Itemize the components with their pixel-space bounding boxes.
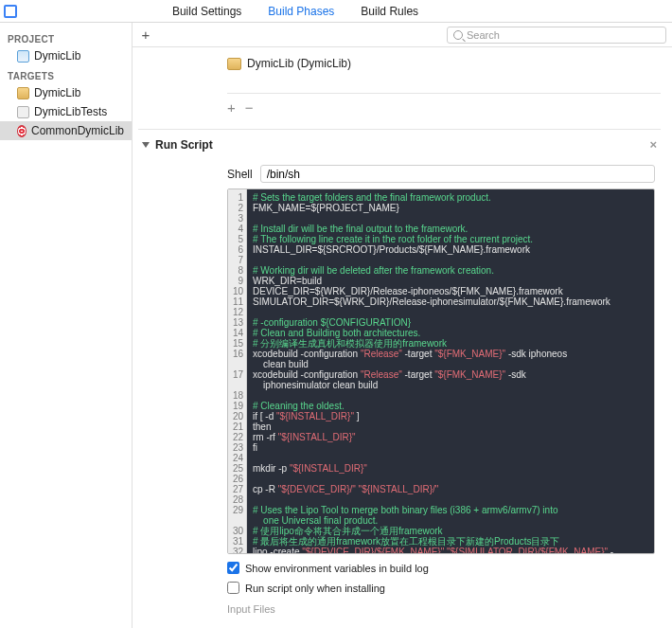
show-env-label: Show environment variables in build log [245, 563, 429, 574]
sidebar-item-label: DymicLib [34, 86, 80, 99]
aggregate-target-icon [17, 125, 27, 137]
install-only-label: Run script only when installing [245, 583, 385, 594]
shell-path-input[interactable] [260, 165, 655, 183]
project-icon [17, 50, 29, 63]
tab-build-rules[interactable]: Build Rules [361, 5, 418, 18]
line-number-gutter: 1234567891011121314151617181920212223242… [228, 189, 247, 553]
navigator-sidebar: PROJECT DymicLib TARGETS DymicLib DymicL… [0, 23, 133, 628]
sidebar-item-label: DymicLib [34, 49, 80, 63]
run-script-phase: Run Script × Shell 123456789101112131415… [138, 129, 661, 620]
sidebar-target-common[interactable]: CommonDymicLib [0, 121, 132, 140]
phase-header[interactable]: Run Script × [138, 130, 661, 159]
search-input[interactable]: Search [447, 27, 666, 44]
target-dependency-row[interactable]: DymicLib (DymicLib) [138, 53, 661, 74]
script-code-area[interactable]: # Sets the target folders and the final … [247, 189, 654, 553]
panel-toggle-icon[interactable] [4, 5, 17, 18]
shell-label: Shell [227, 168, 253, 181]
phase-title: Run Script [155, 138, 213, 152]
sidebar-item-label: DymicLibTests [34, 105, 107, 118]
script-editor[interactable]: 1234567891011121314151617181920212223242… [227, 188, 655, 554]
tab-build-settings[interactable]: Build Settings [172, 5, 241, 18]
sidebar-project-item[interactable]: DymicLib [0, 46, 132, 65]
add-dependency-button[interactable]: + [227, 99, 236, 116]
search-icon [453, 30, 463, 40]
remove-phase-button[interactable]: × [649, 137, 657, 152]
search-placeholder: Search [467, 29, 500, 41]
remove-dependency-button[interactable]: − [245, 99, 254, 116]
divider [227, 93, 661, 94]
input-files-label: Input Files [227, 603, 655, 615]
top-bar: Build Settings Build Phases Build Rules [0, 0, 672, 23]
sidebar-group-targets: TARGETS [0, 65, 132, 83]
framework-icon [17, 87, 29, 99]
sidebar-group-project: PROJECT [0, 28, 132, 46]
sidebar-target-dymiclib[interactable]: DymicLib [0, 83, 132, 102]
sidebar-target-tests[interactable]: DymicLibTests [0, 102, 132, 121]
sidebar-item-label: CommonDymicLib [31, 124, 124, 137]
tab-build-phases[interactable]: Build Phases [268, 5, 334, 18]
disclosure-triangle-icon[interactable] [142, 142, 150, 148]
install-only-checkbox[interactable] [227, 582, 239, 594]
framework-icon [227, 58, 241, 70]
test-bundle-icon [17, 106, 29, 118]
add-phase-button[interactable]: + [138, 27, 153, 43]
show-env-checkbox[interactable] [227, 562, 239, 574]
dependency-label: DymicLib (DymicLib) [247, 57, 351, 70]
phase-toolbar: + Search [133, 23, 672, 47]
